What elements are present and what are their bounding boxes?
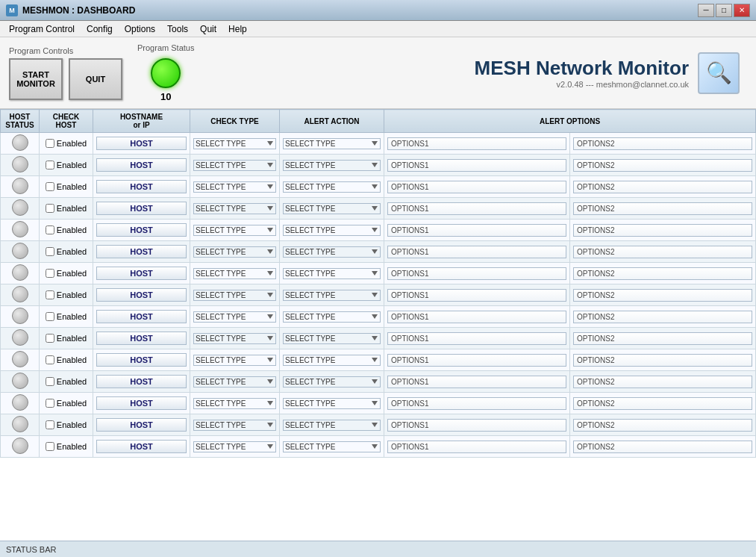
check-type-select[interactable]: SELECT TYPEPINGHTTPHTTPSFTPSSHSMTPPOP3: [193, 138, 276, 149]
host-button[interactable]: HOST: [96, 440, 187, 453]
host-button[interactable]: HOST: [96, 332, 187, 345]
enabled-checkbox[interactable]: [46, 420, 54, 429]
alert-action-select[interactable]: SELECT TYPEEMAILSMSLOGNONE: [283, 160, 381, 171]
options1-input[interactable]: [387, 202, 566, 215]
options1-input[interactable]: [387, 224, 566, 237]
menu-item-config[interactable]: Config: [81, 22, 119, 36]
check-type-select[interactable]: SELECT TYPEPINGHTTPHTTPSFTPSSHSMTPPOP3: [193, 290, 276, 301]
check-type-select[interactable]: SELECT TYPEPINGHTTPHTTPSFTPSSHSMTPPOP3: [193, 268, 276, 279]
host-button[interactable]: HOST: [96, 137, 187, 150]
options2-input[interactable]: [573, 289, 752, 302]
check-type-select[interactable]: SELECT TYPEPINGHTTPHTTPSFTPSSHSMTPPOP3: [193, 225, 276, 236]
menu-item-help[interactable]: Help: [222, 22, 253, 36]
host-button[interactable]: HOST: [96, 288, 187, 302]
host-button[interactable]: HOST: [96, 158, 187, 172]
enabled-checkbox[interactable]: [46, 269, 54, 278]
host-button[interactable]: HOST: [96, 375, 187, 388]
check-type-select[interactable]: SELECT TYPEPINGHTTPHTTPSFTPSSHSMTPPOP3: [193, 355, 276, 366]
enabled-checkbox[interactable]: [46, 139, 54, 148]
menu-item-tools[interactable]: Tools: [161, 22, 194, 36]
enabled-checkbox[interactable]: [46, 182, 54, 191]
alert-action-select[interactable]: SELECT TYPEEMAILSMSLOGNONE: [283, 311, 381, 323]
options2-input[interactable]: [573, 224, 752, 237]
close-button[interactable]: ✕: [734, 4, 750, 17]
options2-input[interactable]: [573, 181, 752, 193]
alert-action-select[interactable]: SELECT TYPEEMAILSMSLOGNONE: [283, 420, 381, 431]
enabled-checkbox[interactable]: [46, 355, 54, 364]
options1-input[interactable]: [387, 181, 566, 193]
enabled-checkbox[interactable]: [46, 312, 54, 321]
options2-input[interactable]: [573, 354, 752, 367]
enabled-checkbox[interactable]: [46, 334, 54, 343]
options1-input[interactable]: [387, 332, 566, 345]
check-type-select[interactable]: SELECT TYPEPINGHTTPHTTPSFTPSSHSMTPPOP3: [193, 181, 276, 193]
check-type-select[interactable]: SELECT TYPEPINGHTTPHTTPSFTPSSHSMTPPOP3: [193, 160, 276, 171]
alert-action-select[interactable]: SELECT TYPEEMAILSMSLOGNONE: [283, 181, 381, 193]
alert-action-select[interactable]: SELECT TYPEEMAILSMSLOGNONE: [283, 398, 381, 409]
enabled-checkbox[interactable]: [46, 399, 54, 408]
options2-input[interactable]: [573, 311, 752, 323]
host-button[interactable]: HOST: [96, 310, 187, 323]
alert-action-select[interactable]: SELECT TYPEEMAILSMSLOGNONE: [283, 138, 381, 149]
alert-action-select[interactable]: SELECT TYPEEMAILSMSLOGNONE: [283, 268, 381, 279]
alert-action-select[interactable]: SELECT TYPEEMAILSMSLOGNONE: [283, 355, 381, 366]
menu-item-options[interactable]: Options: [119, 22, 161, 36]
check-type-select[interactable]: SELECT TYPEPINGHTTPHTTPSFTPSSHSMTPPOP3: [193, 311, 276, 323]
options1-input[interactable]: [387, 376, 566, 388]
host-button[interactable]: HOST: [96, 396, 187, 410]
check-type-select[interactable]: SELECT TYPEPINGHTTPHTTPSFTPSSHSMTPPOP3: [193, 420, 276, 431]
options2-input[interactable]: [573, 332, 752, 345]
check-type-select[interactable]: SELECT TYPEPINGHTTPHTTPSFTPSSHSMTPPOP3: [193, 333, 276, 344]
check-type-select[interactable]: SELECT TYPEPINGHTTPHTTPSFTPSSHSMTPPOP3: [193, 441, 276, 452]
host-button[interactable]: HOST: [96, 267, 187, 280]
enabled-checkbox[interactable]: [46, 290, 54, 299]
check-type-select[interactable]: SELECT TYPEPINGHTTPHTTPSFTPSSHSMTPPOP3: [193, 203, 276, 214]
alert-action-select[interactable]: SELECT TYPEEMAILSMSLOGNONE: [283, 225, 381, 236]
options1-input[interactable]: [387, 397, 566, 410]
options2-input[interactable]: [573, 137, 752, 150]
options1-input[interactable]: [387, 246, 566, 258]
options2-input[interactable]: [573, 202, 752, 215]
check-type-select[interactable]: SELECT TYPEPINGHTTPHTTPSFTPSSHSMTPPOP3: [193, 376, 276, 388]
quit-button[interactable]: QUIT: [69, 58, 122, 100]
host-button[interactable]: HOST: [96, 202, 187, 215]
start-monitor-button[interactable]: START MONITOR: [9, 58, 63, 100]
options2-input[interactable]: [573, 419, 752, 432]
enabled-checkbox[interactable]: [46, 161, 54, 169]
check-type-select[interactable]: SELECT TYPEPINGHTTPHTTPSFTPSSHSMTPPOP3: [193, 246, 276, 258]
enabled-checkbox[interactable]: [46, 225, 54, 234]
options2-input[interactable]: [573, 397, 752, 410]
options1-input[interactable]: [387, 441, 566, 453]
alert-action-select[interactable]: SELECT TYPEEMAILSMSLOGNONE: [283, 290, 381, 301]
options1-input[interactable]: [387, 311, 566, 323]
minimize-button[interactable]: ─: [698, 4, 714, 17]
enabled-checkbox[interactable]: [46, 247, 54, 256]
options1-input[interactable]: [387, 137, 566, 150]
options1-input[interactable]: [387, 354, 566, 367]
options1-input[interactable]: [387, 419, 566, 432]
enabled-checkbox[interactable]: [46, 442, 54, 451]
menu-item-program-control[interactable]: Program Control: [3, 22, 81, 36]
host-button[interactable]: HOST: [96, 245, 187, 258]
alert-action-select[interactable]: SELECT TYPEEMAILSMSLOGNONE: [283, 203, 381, 214]
options2-input[interactable]: [573, 246, 752, 258]
host-button[interactable]: HOST: [96, 418, 187, 432]
options1-input[interactable]: [387, 289, 566, 302]
alert-action-select[interactable]: SELECT TYPEEMAILSMSLOGNONE: [283, 333, 381, 344]
host-button[interactable]: HOST: [96, 223, 187, 237]
maximize-button[interactable]: □: [716, 4, 732, 17]
options1-input[interactable]: [387, 159, 566, 172]
options2-input[interactable]: [573, 267, 752, 280]
options2-input[interactable]: [573, 376, 752, 388]
enabled-checkbox[interactable]: [46, 377, 54, 386]
alert-action-select[interactable]: SELECT TYPEEMAILSMSLOGNONE: [283, 246, 381, 258]
options1-input[interactable]: [387, 267, 566, 280]
menu-item-quit[interactable]: Quit: [194, 22, 222, 36]
options2-input[interactable]: [573, 159, 752, 172]
options2-input[interactable]: [573, 441, 752, 453]
alert-action-select[interactable]: SELECT TYPEEMAILSMSLOGNONE: [283, 376, 381, 388]
enabled-checkbox[interactable]: [46, 204, 54, 213]
host-button[interactable]: HOST: [96, 180, 187, 193]
alert-action-select[interactable]: SELECT TYPEEMAILSMSLOGNONE: [283, 441, 381, 452]
check-type-select[interactable]: SELECT TYPEPINGHTTPHTTPSFTPSSHSMTPPOP3: [193, 398, 276, 409]
